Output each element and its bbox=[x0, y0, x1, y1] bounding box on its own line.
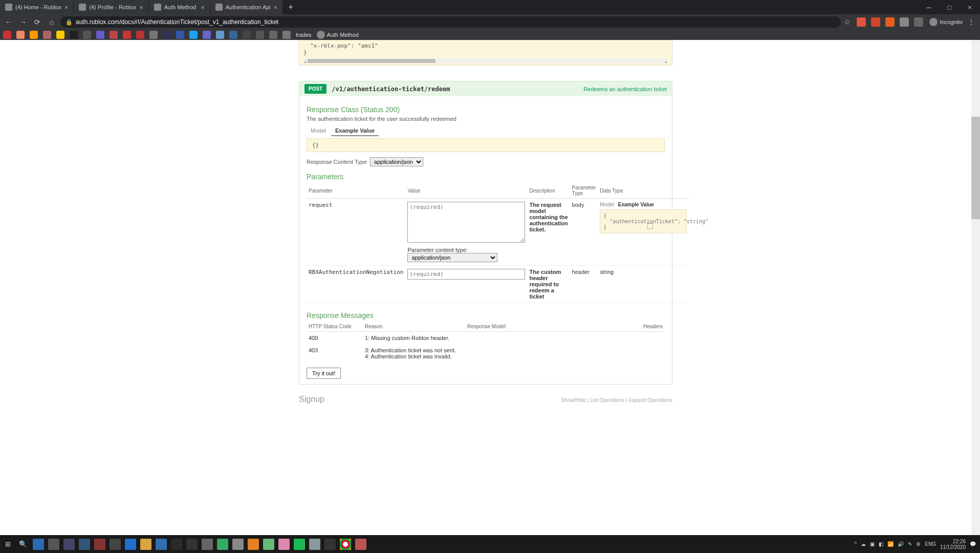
bookmark-icon[interactable] bbox=[136, 31, 144, 39]
task-icon[interactable] bbox=[278, 539, 290, 550]
tray-wifi-icon[interactable]: 📶 bbox=[887, 541, 894, 547]
task-icon[interactable] bbox=[232, 539, 244, 550]
header-input[interactable] bbox=[407, 269, 525, 280]
task-icon[interactable] bbox=[140, 539, 151, 550]
tab-example-value[interactable]: Example Value bbox=[331, 126, 379, 136]
task-icon[interactable] bbox=[48, 539, 59, 550]
bookmark-icon[interactable] bbox=[216, 31, 224, 39]
task-icon[interactable] bbox=[217, 539, 228, 550]
operation-header[interactable]: POST /v1/authentication-ticket/redeem Re… bbox=[299, 81, 672, 96]
bookmark-icon[interactable] bbox=[189, 31, 198, 39]
scroll-right-icon[interactable]: ▸ bbox=[665, 59, 668, 65]
vertical-scrollbar[interactable] bbox=[971, 40, 980, 535]
tray-icon[interactable]: ☁ bbox=[861, 541, 866, 547]
tray-chevron-icon[interactable]: ^ bbox=[855, 541, 857, 547]
response-content-type-select[interactable]: application/json bbox=[370, 157, 423, 166]
task-icon[interactable] bbox=[263, 539, 274, 550]
close-window-button[interactable]: × bbox=[960, 0, 980, 14]
extension-icon[interactable] bbox=[871, 17, 880, 27]
bookmark-auth-method[interactable]: Auth Method bbox=[317, 31, 359, 39]
param-content-type-select[interactable]: application/json bbox=[407, 253, 497, 262]
request-body-input[interactable] bbox=[407, 202, 525, 243]
task-icon[interactable] bbox=[171, 539, 182, 550]
task-icon[interactable] bbox=[248, 539, 259, 550]
extension-icon[interactable] bbox=[885, 17, 895, 27]
bookmark-icon[interactable] bbox=[176, 31, 184, 39]
task-icon[interactable] bbox=[63, 539, 75, 550]
tray-clock[interactable]: 22:26 11/12/2020 bbox=[940, 539, 966, 550]
back-button[interactable]: ← bbox=[3, 16, 14, 28]
task-icon[interactable] bbox=[324, 539, 336, 550]
bookmark-icon[interactable] bbox=[149, 31, 158, 39]
bookmark-icon[interactable] bbox=[282, 31, 291, 39]
chrome-taskbar-icon[interactable] bbox=[340, 539, 351, 550]
search-icon[interactable]: 🔍 bbox=[15, 537, 31, 552]
task-icon[interactable] bbox=[186, 539, 198, 550]
tray-icon[interactable]: ▣ bbox=[870, 541, 875, 547]
bookmark-icon[interactable] bbox=[163, 31, 171, 39]
bookmark-icon[interactable] bbox=[110, 31, 118, 39]
param-example-value[interactable]: { "authenticationTicket": "string" } bbox=[600, 209, 687, 233]
task-icon[interactable] bbox=[33, 539, 44, 550]
bookmark-icon[interactable] bbox=[3, 31, 11, 39]
task-icon[interactable] bbox=[110, 539, 121, 550]
bookmark-icon[interactable] bbox=[70, 31, 78, 39]
task-icon[interactable] bbox=[156, 539, 167, 550]
bookmark-icon[interactable] bbox=[269, 31, 277, 39]
mini-tab-example[interactable]: Example Value bbox=[618, 202, 654, 207]
bookmark-icon[interactable] bbox=[56, 31, 64, 39]
scroll-left-icon[interactable]: ◂ bbox=[303, 59, 307, 65]
section-links[interactable]: Show/Hide | List Operations | Expand Ope… bbox=[561, 397, 672, 403]
close-icon[interactable]: × bbox=[198, 4, 205, 11]
tray-volume-icon[interactable]: 🔊 bbox=[898, 541, 904, 547]
tab-profile[interactable]: (4) Profile - Roblox × bbox=[74, 0, 148, 14]
page-viewport[interactable]: "x-rblx-pop": "ams1" } ◂ ▸ POST /v1/auth… bbox=[0, 40, 971, 535]
close-icon[interactable]: × bbox=[136, 4, 143, 11]
tab-auth-api[interactable]: Authentication Api × bbox=[210, 0, 284, 14]
tray-lang[interactable]: ENG bbox=[925, 541, 936, 547]
bookmark-trades[interactable]: trades bbox=[296, 32, 312, 38]
tray-icon[interactable]: ✎ bbox=[908, 541, 912, 547]
try-it-out-button[interactable]: Try it out! bbox=[307, 368, 341, 379]
extension-icon[interactable] bbox=[857, 17, 866, 27]
close-icon[interactable]: × bbox=[61, 4, 69, 11]
bookmark-icon[interactable] bbox=[203, 31, 211, 39]
forward-button[interactable]: → bbox=[17, 16, 29, 28]
bookmark-icon[interactable] bbox=[43, 31, 51, 39]
new-tab-button[interactable]: + bbox=[283, 3, 298, 12]
scrollbar-thumb[interactable] bbox=[308, 59, 435, 63]
tray-notifications-icon[interactable]: 💬 bbox=[970, 541, 976, 547]
bookmark-icon[interactable] bbox=[16, 31, 25, 39]
home-button[interactable]: ⌂ bbox=[46, 16, 57, 28]
horizontal-scrollbar[interactable]: ◂ ▸ bbox=[303, 59, 668, 63]
star-icon[interactable]: ☆ bbox=[844, 18, 851, 26]
tray-icon[interactable]: ◧ bbox=[879, 541, 883, 547]
tab-home[interactable]: (4) Home - Roblox × bbox=[0, 0, 74, 14]
bookmark-icon[interactable] bbox=[30, 31, 38, 39]
minimize-button[interactable]: ─ bbox=[919, 0, 939, 14]
bookmark-icon[interactable] bbox=[229, 31, 237, 39]
maximize-button[interactable]: □ bbox=[939, 0, 960, 14]
address-bar[interactable]: 🔒 auth.roblox.com/docs#!/AuthenticationT… bbox=[60, 16, 841, 28]
task-icon[interactable] bbox=[355, 539, 366, 550]
scrollbar-thumb[interactable] bbox=[971, 117, 980, 219]
bookmark-icon[interactable] bbox=[123, 31, 131, 39]
menu-button[interactable]: ⋮ bbox=[966, 16, 977, 28]
signup-section-title[interactable]: Signup bbox=[299, 395, 324, 414]
tab-model[interactable]: Model bbox=[307, 126, 330, 136]
extension-icon[interactable] bbox=[900, 17, 909, 27]
bookmark-icon[interactable] bbox=[243, 31, 251, 39]
start-button[interactable]: ⊞ bbox=[0, 537, 15, 552]
extensions-menu-icon[interactable] bbox=[914, 17, 923, 27]
bookmark-icon[interactable] bbox=[96, 31, 104, 39]
tab-auth-method[interactable]: Auth Method × bbox=[149, 0, 210, 14]
tray-icon[interactable]: ⚙ bbox=[916, 541, 921, 547]
task-icon[interactable] bbox=[294, 539, 305, 550]
bookmark-icon[interactable] bbox=[83, 31, 91, 39]
bookmark-icon[interactable] bbox=[256, 31, 264, 39]
task-icon[interactable] bbox=[309, 539, 320, 550]
task-icon[interactable] bbox=[79, 539, 90, 550]
task-icon[interactable] bbox=[202, 539, 213, 550]
task-icon[interactable] bbox=[125, 539, 136, 550]
mini-tab-model[interactable]: Model bbox=[600, 202, 614, 207]
